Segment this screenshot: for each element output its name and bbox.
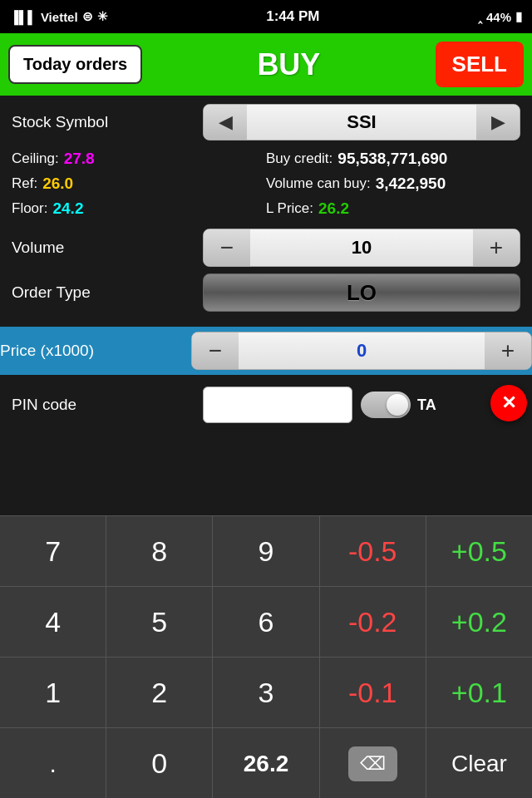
volume-can-buy-value: 3,422,950 — [376, 175, 446, 193]
volume-row: Volume − 10 + — [12, 229, 520, 267]
key-plus-0-5[interactable]: +0.5 — [426, 516, 532, 586]
close-icon: ✕ — [501, 392, 516, 414]
price-plus-button[interactable]: + — [485, 332, 531, 370]
lprice-row: L Price: 26.2 — [266, 197, 520, 220]
volume-value: 10 — [250, 229, 473, 267]
pin-code-label: PIN code — [12, 396, 203, 414]
stock-symbol-control: ◀ SSI ▶ — [203, 104, 520, 140]
keypad-row-3: 1 2 3 -0.1 +0.1 — [0, 658, 532, 728]
buy-credit-label: Buy credit: — [266, 150, 332, 167]
key-plus-0-1[interactable]: +0.1 — [426, 658, 532, 727]
symbol-value: SSI — [247, 104, 476, 140]
time-display: 1:44 PM — [266, 8, 319, 25]
signal-icon: ▐▌▌ — [10, 10, 37, 24]
bluetooth-icon: ‸ — [478, 9, 482, 24]
volume-stepper: − 10 + — [203, 229, 520, 267]
order-type-control[interactable]: LO — [203, 273, 520, 312]
status-right: ‸ 44% ▮ — [478, 9, 522, 24]
price-stepper: − 0 + — [191, 332, 532, 370]
stock-symbol-row: Stock Symbol ◀ SSI ▶ — [12, 104, 520, 140]
volume-label: Volume — [12, 239, 203, 257]
price-value[interactable]: 0 — [239, 332, 485, 370]
key-9[interactable]: 9 — [213, 516, 319, 586]
carrier-label: Viettel — [41, 10, 78, 24]
buy-label: BUY — [257, 47, 320, 82]
today-orders-button[interactable]: Today orders — [8, 45, 142, 84]
price-minus-button[interactable]: − — [192, 332, 239, 370]
key-2[interactable]: 2 — [106, 658, 213, 727]
key-plus-0-2[interactable]: +0.2 — [426, 587, 532, 657]
volume-can-buy-label: Volume can buy: — [266, 175, 371, 192]
pin-row-wrapper: PIN code TA ✕ — [0, 382, 532, 428]
floor-row: Floor: 24.2 — [12, 197, 266, 220]
ta-toggle[interactable] — [361, 392, 411, 418]
keypad: 7 8 9 -0.5 +0.5 4 5 6 -0.2 +0.2 1 2 3 -0… — [0, 515, 532, 798]
status-bar: ▐▌▌ Viettel ⊜ ✳ 1:44 PM ‸ 44% ▮ — [0, 0, 532, 33]
ceiling-label: Ceiling: — [12, 150, 59, 167]
key-preset-price[interactable]: 26.2 — [213, 728, 319, 798]
keypad-row-4: . 0 26.2 ⌫ Clear — [0, 728, 532, 798]
battery-label: 44% — [486, 10, 511, 24]
key-0[interactable]: 0 — [106, 728, 213, 798]
key-clear[interactable]: Clear — [426, 728, 532, 798]
keypad-row-2: 4 5 6 -0.2 +0.2 — [0, 587, 532, 658]
price-row: Price (x1000) − 0 + — [0, 327, 532, 375]
status-left: ▐▌▌ Viettel ⊜ ✳ — [10, 9, 108, 24]
stock-symbol-label: Stock Symbol — [12, 113, 203, 131]
price-label: Price (x1000) — [0, 342, 191, 360]
ref-row: Ref: 26.0 — [12, 172, 266, 195]
header: Today orders BUY SELL — [0, 33, 532, 96]
ref-value: 26.0 — [42, 175, 73, 193]
keypad-row-1: 7 8 9 -0.5 +0.5 — [0, 516, 532, 587]
backspace-icon: ⌫ — [360, 753, 386, 775]
battery-icon: ▮ — [515, 9, 522, 24]
toggle-area: TA — [361, 392, 436, 418]
loading-icon: ✳ — [97, 9, 108, 24]
buy-credit-row: Buy credit: 95,538,771,690 — [266, 147, 520, 170]
floor-label: Floor: — [12, 200, 47, 217]
key-8[interactable]: 8 — [106, 516, 213, 586]
key-minus-0-2[interactable]: -0.2 — [320, 587, 426, 657]
key-4[interactable]: 4 — [0, 587, 106, 657]
lprice-label: L Price: — [266, 200, 313, 217]
buy-credit-value: 95,538,771,690 — [337, 150, 447, 168]
key-5[interactable]: 5 — [106, 587, 213, 657]
sell-button[interactable]: SELL — [436, 42, 524, 87]
form-area: Stock Symbol ◀ SSI ▶ Ceiling: 27.8 Buy c… — [0, 96, 532, 327]
volume-minus-button[interactable]: − — [204, 229, 250, 267]
order-type-value: LO — [347, 280, 377, 306]
info-grid: Ceiling: 27.8 Buy credit: 95,538,771,690… — [12, 147, 520, 220]
symbol-prev-button[interactable]: ◀ — [204, 104, 247, 140]
key-3[interactable]: 3 — [213, 658, 319, 727]
key-6[interactable]: 6 — [213, 587, 319, 657]
close-button[interactable]: ✕ — [490, 385, 527, 421]
order-type-label: Order Type — [12, 283, 203, 302]
order-type-row: Order Type LO — [12, 273, 520, 312]
key-dot[interactable]: . — [0, 728, 106, 798]
key-minus-0-1[interactable]: -0.1 — [320, 658, 426, 727]
volume-can-buy-row: Volume can buy: 3,422,950 — [266, 172, 520, 195]
lprice-value: 26.2 — [318, 200, 349, 218]
volume-plus-button[interactable]: + — [473, 229, 520, 267]
ceiling-value: 27.8 — [64, 150, 95, 168]
key-1[interactable]: 1 — [0, 658, 106, 727]
toggle-knob — [387, 394, 408, 416]
key-minus-0-5[interactable]: -0.5 — [320, 516, 426, 586]
ref-label: Ref: — [12, 175, 37, 192]
ceiling-row: Ceiling: 27.8 — [12, 147, 266, 170]
price-display: 0 — [357, 340, 367, 361]
floor-value: 24.2 — [52, 200, 83, 218]
key-7[interactable]: 7 — [0, 516, 106, 586]
ta-label: TA — [417, 397, 436, 414]
wifi-icon: ⊜ — [82, 9, 93, 24]
symbol-next-button[interactable]: ▶ — [476, 104, 520, 140]
key-backspace[interactable]: ⌫ — [320, 728, 426, 798]
pin-input[interactable] — [203, 387, 352, 423]
